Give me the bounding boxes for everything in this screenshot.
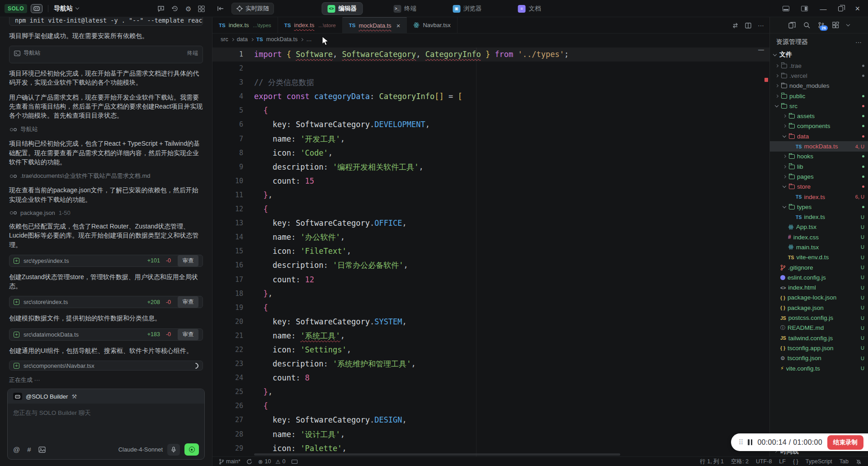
notifications-muted-icon[interactable] bbox=[856, 459, 862, 465]
tree-item-node_modules[interactable]: node_modules bbox=[770, 81, 868, 91]
mode-tab-docs[interactable]: ≡文档 bbox=[513, 3, 547, 14]
problems-status[interactable]: ⊗10 ⚠0 bbox=[258, 458, 286, 465]
explorer-more-icon[interactable]: ··· bbox=[855, 38, 862, 46]
tree-item-hooks[interactable]: hooks bbox=[770, 152, 868, 162]
pause-button[interactable] bbox=[748, 439, 752, 445]
window-close-button[interactable]: × bbox=[855, 5, 860, 13]
reference-link[interactable]: .trae\documents\企业软件下载站产品需求文档.md bbox=[9, 172, 203, 180]
code-line[interactable]: 23 description: '系统维护和管理工具', bbox=[212, 357, 769, 371]
tree-item-components[interactable]: components bbox=[770, 121, 868, 131]
code-line[interactable]: 13 key: SoftwareCategory.OFFICE, bbox=[212, 216, 769, 230]
mode-tab-browser[interactable]: ▣浏览器 bbox=[447, 3, 487, 14]
file-change-card[interactable]: + src\data\mockData.ts +183-0审查 bbox=[9, 328, 203, 341]
code-line[interactable]: 12 { bbox=[212, 202, 769, 216]
search-icon[interactable] bbox=[803, 22, 810, 29]
layout-grid-icon[interactable] bbox=[198, 5, 205, 12]
tree-item-types[interactable]: types bbox=[770, 202, 868, 212]
terminal-card[interactable]: 导航站终端 npm install bbox=[9, 46, 203, 63]
tree-item-eslint-config-js[interactable]: eslint.config.jsU bbox=[770, 272, 868, 282]
tree-item-mockData-ts[interactable]: TS mockData.ts4, U bbox=[770, 141, 868, 151]
tree-item-tsconfig-json[interactable]: ⚙ tsconfig.jsonU bbox=[770, 353, 868, 363]
code-line[interactable]: 18 }, bbox=[212, 287, 769, 301]
editor-tab-Navbar-tsx[interactable]: Navbar.tsx bbox=[407, 17, 457, 33]
code-line[interactable]: 19 { bbox=[212, 301, 769, 315]
tree-item-pages[interactable]: pages bbox=[770, 171, 868, 181]
chevron-down-icon[interactable] bbox=[846, 23, 850, 26]
tree-item-index-css[interactable]: # index.cssU bbox=[770, 232, 868, 242]
git-branch-status[interactable]: main* bbox=[219, 458, 241, 465]
mode-tab-terminal[interactable]: >_终端 bbox=[388, 3, 422, 14]
code-line[interactable]: 6 key: SoftwareCategory.DEVELOPMENT, bbox=[212, 118, 769, 132]
tree-item-package-lock-json[interactable]: { } package-lock.jsonU bbox=[770, 293, 868, 303]
stop-generate-button[interactable] bbox=[184, 443, 199, 456]
split-swap-icon[interactable] bbox=[732, 23, 739, 29]
editor-tab-index-ts[interactable]: TS index.ts ...\types bbox=[212, 17, 278, 33]
code-line[interactable]: 4export const categoryData: CategoryInfo… bbox=[212, 90, 769, 104]
editors-icon[interactable] bbox=[788, 22, 796, 29]
mention-icon[interactable]: @ bbox=[13, 446, 20, 453]
window-restore-button[interactable] bbox=[838, 6, 843, 11]
code-line[interactable]: 20 key: SoftwareCategory.SYSTEM, bbox=[212, 315, 769, 329]
code-line[interactable]: 8 icon: 'Code', bbox=[212, 146, 769, 160]
agent-robot-icon[interactable] bbox=[31, 4, 42, 13]
code-line[interactable]: 17 count: 12 bbox=[212, 273, 769, 287]
toggle-sidebar-icon[interactable] bbox=[801, 6, 808, 11]
window-minimize-button[interactable]: — bbox=[820, 5, 826, 13]
code-line[interactable]: 15 icon: 'FileText', bbox=[212, 244, 769, 258]
editor-tab-index-ts[interactable]: TS index.ts ...\store bbox=[278, 17, 343, 33]
tree-item--gitignore[interactable]: .gitignoreU bbox=[770, 262, 868, 272]
code-line[interactable]: 2 bbox=[212, 62, 769, 76]
code-line[interactable]: 3// 分类信息数据 bbox=[212, 76, 769, 90]
reference-link[interactable]: 导航站 bbox=[9, 125, 203, 133]
tools-icon[interactable]: ⚒ bbox=[71, 393, 77, 400]
encoding[interactable]: UTF-8 bbox=[756, 458, 772, 465]
tab-close-icon[interactable]: × bbox=[396, 22, 401, 29]
code-line[interactable]: 25 }, bbox=[212, 385, 769, 399]
code-line[interactable]: 5 { bbox=[212, 104, 769, 118]
tree-item-postcss-config-js[interactable]: JS postcss.config.jsU bbox=[770, 313, 868, 323]
stop-recording-button[interactable]: 结束录制 bbox=[827, 435, 863, 450]
mode-tab-editor[interactable]: <>编辑器 bbox=[322, 2, 363, 15]
code-line[interactable]: 7 name: '开发工具', bbox=[212, 132, 769, 146]
drag-handle[interactable]: ⠿ bbox=[738, 438, 743, 447]
code-line[interactable]: 24 count: 8 bbox=[212, 371, 769, 385]
tree-item-vite-config-ts[interactable]: ⚡ vite.config.tsU bbox=[770, 363, 868, 373]
collapse-panel-icon[interactable] bbox=[217, 0, 224, 17]
tree-item-vite-env-d-ts[interactable]: TS vite-env.d.tsU bbox=[770, 252, 868, 262]
code-line[interactable]: 11 }, bbox=[212, 188, 769, 202]
language-mode[interactable]: TypeScript bbox=[806, 458, 832, 465]
tree-item-main-tsx[interactable]: main.tsxU bbox=[770, 242, 868, 252]
project-name-dropdown[interactable]: 导航站 bbox=[54, 5, 79, 13]
image-attach-icon[interactable] bbox=[38, 447, 46, 453]
code-line[interactable]: 22 icon: 'Settings', bbox=[212, 343, 769, 357]
code-line[interactable]: 10 count: 15 bbox=[212, 174, 769, 188]
chat-input-box[interactable]: @SOLO Builder ⚒ 您正在与 SOLO Builder 聊天 @ #… bbox=[7, 389, 205, 460]
tree-item--trae[interactable]: .trae bbox=[770, 61, 868, 71]
tree-item-tsconfig-app-json[interactable]: { } tsconfig.app.jsonU bbox=[770, 343, 868, 353]
code-line[interactable]: 26 { bbox=[212, 399, 769, 413]
tree-item-App-tsx[interactable]: App.tsxU bbox=[770, 222, 868, 232]
chat-input-field[interactable]: 您正在与 SOLO Builder 聊天 bbox=[8, 404, 204, 440]
review-button[interactable]: 审查 bbox=[178, 255, 198, 266]
review-button[interactable]: 审查 bbox=[178, 296, 198, 308]
live-follow-button[interactable]: 实时跟随 bbox=[231, 3, 274, 14]
sync-status[interactable] bbox=[246, 459, 252, 465]
code-line[interactable]: 14 name: '办公软件', bbox=[212, 230, 769, 244]
editor-tab-mockData-ts[interactable]: TS mockData.ts × bbox=[343, 17, 407, 33]
code-line[interactable]: 28 name: '设计工具', bbox=[212, 428, 769, 442]
file-change-card[interactable]: + src\store\index.ts +208-0审查 bbox=[9, 296, 203, 308]
file-change-card[interactable]: + src\types\index.ts +101-0审查 bbox=[9, 255, 203, 267]
horizontal-scrollbar[interactable] bbox=[254, 453, 620, 456]
tree-item-src[interactable]: src bbox=[770, 101, 868, 111]
source-control-icon[interactable]: 26 bbox=[818, 22, 825, 29]
new-chat-icon[interactable] bbox=[157, 5, 165, 12]
code-line[interactable]: 1import { Software, SoftwareCategory, Ca… bbox=[212, 48, 769, 62]
split-editor-icon[interactable] bbox=[745, 23, 751, 29]
tree-item-public[interactable]: public bbox=[770, 91, 868, 101]
files-section-header[interactable]: 文件 bbox=[770, 49, 868, 61]
tree-item-README-md[interactable]: ⓘ README.mdU bbox=[770, 323, 868, 333]
model-selector[interactable]: Claude-4-Sonnet bbox=[118, 446, 163, 453]
tree-item-store[interactable]: store bbox=[770, 182, 868, 192]
extensions-icon[interactable] bbox=[832, 22, 839, 29]
breadcrumb[interactable]: src data TS mockData.ts … bbox=[212, 33, 769, 45]
